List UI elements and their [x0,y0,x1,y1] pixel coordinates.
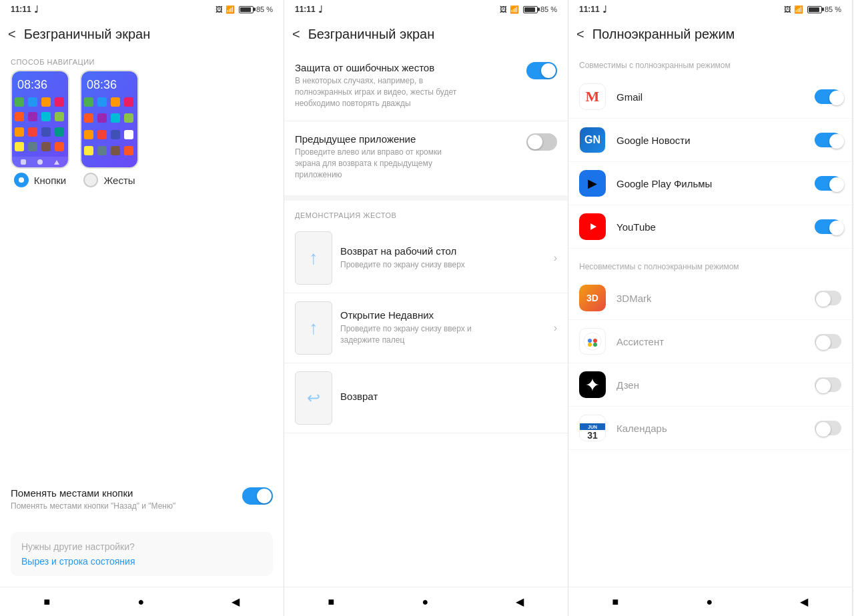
dzen-icon [579,371,606,398]
battery-icon-1 [239,6,254,13]
gpm-name: Google Play Фильмы [616,178,815,189]
panel-2: 11:11 ♩ 🖼 📶 85 % < Безграничный экран За… [284,0,568,616]
app-row-gnews: GN Google Новости [568,119,852,162]
nav-circle-1[interactable]: ● [138,596,145,608]
status-icons-1: 🖼 📶 85 % [216,5,273,14]
svg-point-3 [588,339,592,343]
swap-buttons-title: Поменять местами кнопки [11,487,175,499]
threedmark-icon: 3D [579,285,606,311]
svg-point-5 [588,343,592,347]
battery-icon-2 [523,6,538,13]
gpm-icon: ▶ [579,170,606,197]
demo-desc-recent: Проведите по экрану снизу вверх и задерж… [340,323,474,346]
gnews-icon: GN [579,127,606,153]
nav-back-2[interactable]: ◀ [516,595,524,608]
suggestion-box: Нужны другие настройки? Вырез и строка с… [11,532,273,576]
swap-buttons-row: Поменять местами кнопки Поменять местами… [0,478,284,521]
battery-icon-3 [807,6,822,13]
status-time-2: 11:11 ♩ [295,4,323,15]
status-bar-1: 11:11 ♩ 🖼 📶 85 % [0,0,284,19]
radio-gestures[interactable] [83,173,98,187]
app-row-assistant: Ассистент [568,320,852,363]
threedmark-toggle[interactable] [815,291,841,305]
page-header-2: < Безграничный экран [284,19,568,53]
prev-app-desc: Проведите влево или вправо от кромки экр… [295,147,468,180]
demo-section-label: ДЕМОНСТРАЦИЯ ЖЕСТОВ [284,206,568,223]
nav-back-3[interactable]: ◀ [800,595,808,608]
assistant-icon [579,328,606,355]
demo-title-recent: Открытие Недавних [340,309,474,321]
page-header-1: < Безграничный экран [0,19,284,53]
demo-item-recent[interactable]: ↑ Открытие Недавних Проведите по экрану … [284,293,568,363]
demo-thumb-recent: ↑ [295,301,332,355]
chevron-icon-recent: › [554,322,557,334]
status-bar-3: 11:11 ♩ 🖼 📶 85 % [568,0,852,19]
back-button-1[interactable]: < [5,24,19,45]
radio-buttons[interactable] [14,173,29,187]
status-time-3: 11:11 ♩ [579,4,607,15]
demo-desc-home: Проведите по экрану снизу вверх [340,259,465,271]
nav-options: 08:36 [0,70,284,193]
compatible-label: Совместимы с полноэкранным режимом [568,53,852,75]
youtube-name: YouTube [616,221,815,233]
status-bar-2: 11:11 ♩ 🖼 📶 85 % [284,0,568,19]
bottom-nav-3: ■ ● ◀ [568,587,852,616]
nav-square-2[interactable]: ■ [328,596,335,608]
prev-app-title: Предыдущее приложение [295,133,468,145]
svg-point-6 [593,343,597,347]
svg-point-4 [593,339,597,343]
phone-mockup-gestures: 08:36 [80,70,139,169]
prev-app-toggle[interactable] [526,133,557,151]
panel-1: 11:11 ♩ 🖼 📶 85 % < Безграничный экран СП… [0,0,284,616]
youtube-toggle[interactable] [815,219,841,234]
radio-gestures-label: Жесты [103,175,135,186]
gmail-name: Gmail [616,91,815,103]
nav-section-label: СПОСОБ НАВИГАЦИИ [0,53,284,70]
nav-option-gestures[interactable]: 08:36 [80,70,139,187]
calendar-toggle[interactable] [815,421,841,435]
nav-option-buttons[interactable]: 08:36 [11,70,69,187]
gmail-toggle[interactable] [815,89,841,104]
back-button-2[interactable]: < [290,24,303,45]
app-row-gmail: M Gmail [568,75,852,119]
swap-buttons-toggle[interactable] [242,487,273,505]
demo-item-home[interactable]: ↑ Возврат на рабочий стол Проведите по э… [284,223,568,293]
swap-buttons-desc: Поменять местами кнопки "Назад" и "Меню" [11,501,175,512]
demo-thumb-home: ↑ [295,231,332,285]
app-row-dzen: Дзен [568,363,852,407]
gesture-protection-toggle[interactable] [526,62,557,79]
incompatible-label: Несовместимы с полноэкранным режимом [568,254,852,277]
bottom-nav-1: ■ ● ◀ [0,587,284,616]
chevron-icon-home: › [554,252,557,264]
status-icons-3: 🖼 📶 85 % [784,5,841,14]
page-title-3: Полноэкранный режим [592,27,735,42]
suggestion-question: Нужны другие настройки? [21,541,262,552]
assistant-toggle[interactable] [815,334,841,349]
gesture-protection-title: Защита от ошибочных жестов [295,62,468,73]
app-row-3dmark: 3D 3DMark [568,277,852,320]
demo-item-back[interactable]: ↩ Возврат [284,363,568,433]
page-header-3: < Полноэкранный режим [568,19,852,53]
dzen-toggle[interactable] [815,377,841,392]
youtube-icon [579,213,606,240]
gnews-name: Google Новости [616,135,815,146]
gpm-toggle[interactable] [815,176,841,191]
nav-square-1[interactable]: ■ [44,596,51,608]
threedmark-name: 3DMark [616,293,815,304]
gnews-toggle[interactable] [815,133,841,147]
demo-title-home: Возврат на рабочий стол [340,245,465,257]
assistant-name: Ассистент [616,336,815,347]
nav-circle-3[interactable]: ● [707,596,713,608]
suggestion-link[interactable]: Вырез и строка состояния [21,556,262,567]
phone-mockup-buttons: 08:36 [11,70,69,169]
nav-square-3[interactable]: ■ [612,596,619,608]
status-icons-2: 🖼 📶 85 % [500,5,557,14]
calendar-name: Календарь [616,423,815,434]
gmail-icon: M [579,83,606,110]
nav-back-1[interactable]: ◀ [232,595,240,608]
page-title-1: Безграничный экран [24,27,151,42]
demo-title-back: Возврат [340,391,378,402]
back-button-3[interactable]: < [574,24,587,45]
gesture-protection-desc: В некоторых случаях, например, в полноэк… [295,75,468,109]
nav-circle-2[interactable]: ● [422,596,429,608]
